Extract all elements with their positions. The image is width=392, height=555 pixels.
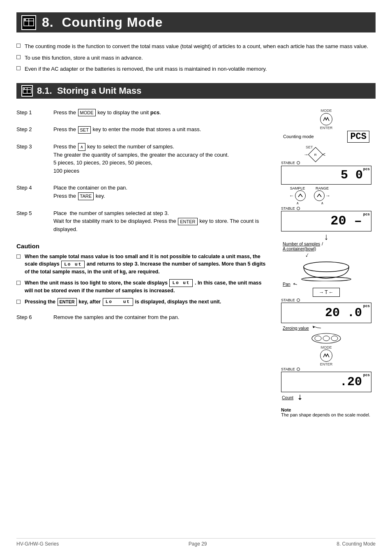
note-title: Note — [281, 407, 371, 412]
step-3-content: Press the ∧ key to select the number of … — [53, 143, 269, 175]
arrow-down-1: ↓ — [281, 232, 371, 241]
stable-text-2: STABLE — [281, 206, 295, 210]
stable-text-3: STABLE — [281, 298, 295, 302]
svg-point-13 — [323, 336, 330, 341]
intro-bullet-2: To use this function, store a unit mass … — [16, 54, 376, 62]
step-3-label: Step 3 — [16, 143, 53, 175]
svg-point-3 — [24, 19, 26, 21]
tare-t-label: T — [325, 289, 327, 295]
step-5-content: Place the number of samples selected at … — [53, 209, 269, 234]
up-key: ∧ — [78, 143, 85, 151]
tare-arrow-right: ← — [329, 289, 334, 295]
pcs-unit-1: pcs — [363, 167, 370, 171]
section-header: 8.1. Storing a Unit Mass — [16, 83, 376, 99]
tare-key-area: → T ← — [281, 288, 371, 297]
lcd-20-dash: 20 – pcs — [281, 211, 371, 231]
stable-text-4: STABLE — [281, 367, 295, 371]
lcd-50: 5 0 pcs — [281, 166, 371, 185]
step-2-label: Step 2 — [16, 125, 53, 134]
locut-display-2: Lo ut — [169, 279, 193, 287]
caution-item-2: When the unit mass is too light to store… — [16, 279, 269, 295]
section-title: 8.1. Storing a Unit Mass — [37, 86, 141, 96]
intro-bullet-3: Even if the AC adapter or the batteries … — [16, 65, 376, 73]
footer-left: HV-G/HW-G Series — [16, 541, 59, 547]
bullet-icon-1 — [16, 44, 21, 48]
set-key: SET — [78, 126, 91, 134]
display-step2: STABLE 5 0 pcs — [281, 161, 371, 185]
num-samples-annot-area: ↓ Number of samples / A container(bowl) … — [281, 232, 371, 287]
caution-bullet-3 — [16, 300, 21, 304]
intro-bullet-list: The counting mode is the function to con… — [16, 42, 376, 73]
diagram-final-key: MODE ENTER — [281, 345, 371, 366]
zeroing-annot-area: Zeroing value — [281, 325, 371, 345]
bowl-annot-label: A container(bowl) — [283, 246, 316, 251]
circle-3 — [297, 298, 300, 302]
tare-arrow-left: → — [319, 289, 324, 295]
mode-key: MODE — [78, 109, 96, 117]
chapter-icon — [21, 15, 36, 30]
lcd-final: .20 pcs — [281, 372, 371, 392]
chapter-header: 8. Counting Mode — [16, 12, 376, 32]
caution-section: Caution When the sample total mass value… — [16, 243, 269, 306]
right-column: MODE ENTER Counting mode PCS SET → — [277, 109, 376, 417]
pcs-unit-2: pcs — [363, 213, 370, 217]
step-5-label: Step 5 — [16, 209, 53, 234]
enter-key-step5: ENTER — [178, 218, 197, 226]
caution-title: Caution — [16, 243, 269, 250]
note-box: Note The pan shape depends on the scale … — [281, 407, 371, 417]
pcs-unit-3: pcs — [363, 304, 370, 308]
display-final: STABLE .20 pcs — [281, 367, 371, 392]
range-key-chevron: ∧ — [321, 201, 324, 205]
tare-key-display: → T ← — [313, 288, 339, 297]
diagram-step2: SET → R < — [281, 145, 371, 160]
circle-4 — [297, 368, 300, 371]
count-annot-area: Count — [282, 394, 372, 402]
svg-point-11 — [312, 333, 341, 343]
step-4-content: Place the container on the pan. Press th… — [53, 184, 269, 200]
chapter-title: 8. Counting Mode — [42, 15, 163, 30]
stable-text-1: STABLE — [281, 161, 295, 165]
step-6: Step 6 Remove the samples and the contai… — [16, 313, 269, 321]
set-label-right: SET — [306, 145, 313, 149]
svg-point-14 — [331, 336, 338, 341]
num-samples-label: Number of samples — [283, 241, 320, 246]
section-icon — [21, 85, 33, 97]
mode-label-bot: MODE — [321, 345, 332, 349]
pcs-display-main: PCS — [347, 131, 369, 143]
pan-arrow-icon: ↖ — [292, 280, 298, 287]
range-key-label: RANGE — [316, 186, 329, 190]
pcs-unit-4: pcs — [363, 373, 370, 377]
range-key-icon — [314, 190, 325, 201]
display-step5: STABLE 20 .0 pcs — [281, 298, 371, 323]
diagram-step3-keys: SAMPLE ← ∧ RANGE — [281, 186, 371, 206]
svg-point-8 — [304, 262, 349, 272]
left-column: Step 1 Press the MODE key to display the… — [16, 109, 277, 417]
step-4-label: Step 4 — [16, 184, 53, 200]
arrow-sample-left: ← — [289, 193, 294, 199]
mode-label-top: MODE — [321, 109, 332, 113]
step-1: Step 1 Press the MODE key to display the… — [16, 109, 269, 117]
step-4: Step 4 Place the container on the pan. P… — [16, 184, 269, 200]
footer-center: Page 29 — [189, 541, 207, 547]
step-3: Step 3 Press the ∧ key to select the num… — [16, 143, 269, 175]
svg-point-7 — [24, 88, 25, 89]
enter-key-caution: ENTER — [58, 298, 77, 306]
sample-key-chevron: ∧ — [296, 201, 299, 205]
slash-annot: / — [322, 241, 323, 246]
locut-display-3: Lo ut — [103, 298, 133, 306]
circle-2 — [297, 207, 300, 210]
display-step3: STABLE 20 – pcs — [281, 206, 371, 231]
step-2-content: Press the SET key to enter the mode that… — [53, 125, 269, 134]
circle-1 — [297, 161, 300, 164]
zeroing-arrow — [311, 325, 323, 331]
sample-key-icon — [295, 190, 306, 201]
step-1-label: Step 1 — [16, 109, 53, 117]
lcd-20-0: 20 .0 pcs — [281, 303, 371, 323]
count-arrow — [296, 394, 304, 402]
step-1-content: Press the MODE key to display the unit p… — [53, 109, 269, 117]
svg-point-12 — [315, 336, 321, 341]
caution-bullet-1 — [16, 254, 21, 259]
caution-list: When the sample total mass value is too … — [16, 253, 269, 306]
set-key-r-label: R — [314, 153, 317, 156]
intro-bullet-1: The counting mode is the function to con… — [16, 42, 376, 51]
